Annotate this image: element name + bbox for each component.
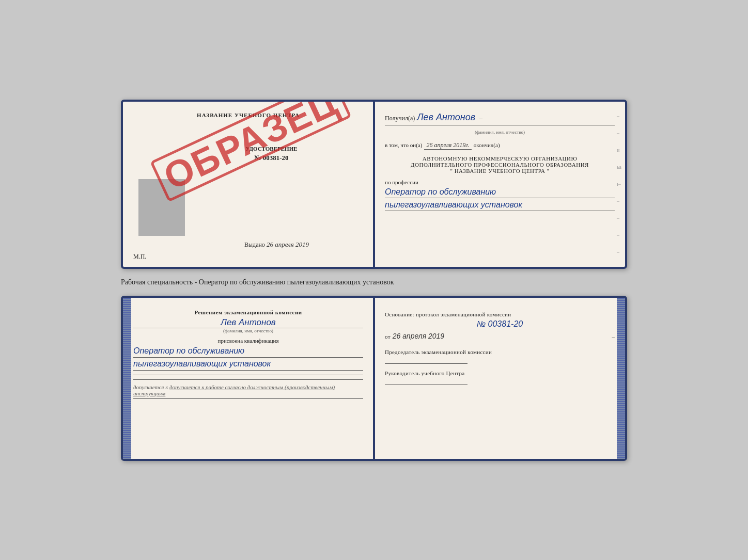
top-document-card: НАЗВАНИЕ УЧЕБНОГО ЦЕНТРА ОБРАЗЕЦ УДОСТОВ… — [121, 100, 627, 269]
admit-text: допускается к допускается к работе согла… — [133, 384, 363, 396]
org-line1: АВТОНОМНУЮ НЕКОММЕРЧЕСКУЮ ОРГАНИЗАЦИЮ — [385, 155, 615, 162]
finished-label: окончил(а) — [474, 142, 500, 148]
commission-sign-line — [385, 363, 467, 364]
received-label: Получил(а) — [385, 115, 415, 122]
top-right-panel: Получил(а) Лев Антонов – (фамилия, имя, … — [375, 102, 625, 267]
left-side-bar — [123, 298, 131, 459]
bottom-right-panel: Основание: протокол экзаменационной коми… — [375, 298, 625, 459]
protocol-date-prefix: от — [385, 333, 391, 340]
bottom-document-card: Решением экзаменационной комиссии Лев Ан… — [121, 296, 627, 461]
bottom-person-name: Лев Антонов — [133, 317, 363, 328]
commission-chair-section: Председатель экзаменационной комиссии — [385, 349, 615, 364]
commission-heading: Решением экзаменационной комиссии — [133, 309, 363, 315]
page-wrapper: НАЗВАНИЕ УЧЕБНОГО ЦЕНТРА ОБРАЗЕЦ УДОСТОВ… — [10, 100, 738, 461]
work-specialty: Рабочая специальность - Оператор по обсл… — [121, 278, 627, 286]
bottom-divider-3 — [133, 398, 363, 399]
completion-row: в том, что он(а) 26 апреля 2019г. окончи… — [385, 139, 615, 151]
name-sublabel: (фамилия, имя, отчество) — [385, 130, 615, 135]
qual-line1: Оператор по обслуживанию — [133, 345, 363, 358]
org-line2: ДОПОЛНИТЕЛЬНОГО ПРОФЕССИОНАЛЬНОГО ОБРАЗО… — [385, 162, 615, 168]
protocol-number: № 00381-20 — [385, 319, 615, 329]
basis-label: Основание: протокол экзаменационной коми… — [385, 311, 615, 317]
name-underline — [385, 125, 615, 125]
cert-number: № 00381-20 — [180, 154, 363, 162]
bottom-left-panel: Решением экзаменационной комиссии Лев Ан… — [123, 298, 375, 459]
qualification-label: присвоена квалификация — [133, 338, 363, 344]
issued-date: 26 апреля 2019 — [267, 241, 309, 248]
bottom-name-sublabel: (фамилия, имя, отчество) — [133, 328, 363, 333]
issued-label: Выдано — [244, 241, 265, 248]
cert-header: НАЗВАНИЕ УЧЕБНОГО ЦЕНТРА — [133, 112, 363, 118]
profession-line2: пылегазоулавливающих установок — [385, 199, 615, 211]
qual-line2: пылегазоулавливающих установок — [133, 358, 363, 371]
commission-chair-label: Председатель экзаменационной комиссии — [385, 349, 615, 355]
cert-mp: М.П. — [133, 253, 146, 261]
left-texture — [121, 102, 123, 267]
top-left-panel: НАЗВАНИЕ УЧЕБНОГО ЦЕНТРА ОБРАЗЕЦ УДОСТОВ… — [123, 102, 375, 267]
in-that-label: в том, что он(а) — [385, 142, 422, 148]
protocol-date: 26 апреля 2019 — [393, 332, 444, 340]
school-director-section: Руководитель учебного Центра — [385, 370, 615, 385]
cert-issued: Выдано 26 апреля 2019 — [185, 241, 368, 249]
org-line3: " НАЗВАНИЕ УЧЕБНОГО ЦЕНТРА " — [385, 168, 615, 174]
protocol-date-row: от 26 апреля 2019 – — [385, 331, 615, 342]
bottom-divider-2 — [133, 379, 363, 380]
admit-text-prefix: допускается к — [133, 384, 169, 390]
profession-label: по профессии — [385, 179, 615, 185]
photo-placeholder — [138, 179, 185, 236]
school-director-label: Руководитель учебного Центра — [385, 370, 615, 376]
right-side-dashes: ––иьаı– –––– — [617, 102, 623, 267]
completion-date: 26 апреля 2019г. — [424, 141, 471, 150]
received-row: Получил(а) Лев Антонов – — [385, 112, 615, 123]
director-sign-line — [385, 385, 467, 385]
profession-line1: Оператор по обслуживанию — [385, 186, 615, 198]
udost-label: УДОСТОВЕРЕНИЕ — [180, 146, 363, 152]
right-side-bar — [617, 298, 625, 459]
bottom-divider-1 — [133, 375, 363, 375]
recipient-name: Лев Антонов — [417, 112, 475, 123]
